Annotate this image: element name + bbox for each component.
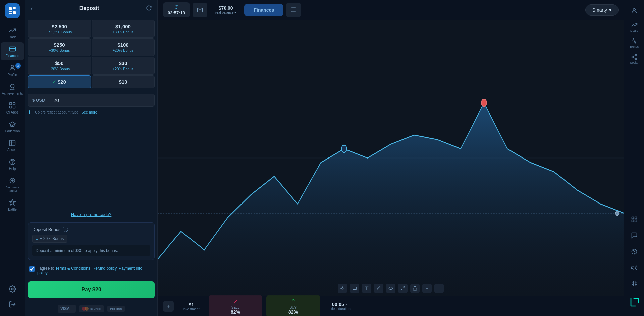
ellipse-tool[interactable] xyxy=(386,284,395,293)
battle-icon xyxy=(8,198,16,207)
duration-up-icon xyxy=(345,302,350,306)
sidebar-item-settings[interactable] xyxy=(1,282,24,297)
amount-value: $100 xyxy=(95,42,152,48)
sidebar-item-exit[interactable] xyxy=(1,298,24,312)
add-btn[interactable]: + xyxy=(163,301,174,312)
exit-icon xyxy=(8,300,16,308)
arrows-tool[interactable] xyxy=(398,284,408,293)
pencil-tool[interactable] xyxy=(374,284,383,293)
sidebar-item-finances[interactable]: Finances xyxy=(1,42,24,60)
svg-rect-1 xyxy=(13,7,16,9)
svg-rect-5 xyxy=(13,11,16,14)
amount-btn-2500[interactable]: $2,500 +$1,250 Bonus xyxy=(28,20,91,38)
bottom-bar: + $1 Investment ✓ SELL 82% ⌃ BUY 82% 00:… xyxy=(158,296,624,316)
bonus-info-icon[interactable]: i xyxy=(63,227,68,232)
settings-icon xyxy=(8,285,16,293)
battle-label: Battle xyxy=(8,208,17,211)
chart-svg xyxy=(158,20,624,296)
text-tool[interactable] xyxy=(362,284,371,293)
svg-rect-11 xyxy=(13,103,15,105)
chat-btn[interactable] xyxy=(286,3,301,17)
amount-btn-100[interactable]: $100 +20% Bonus xyxy=(92,38,155,56)
sidebar-item-help[interactable]: Help xyxy=(1,155,24,173)
duration-value: 00:05 xyxy=(332,302,350,307)
agree-text: I agree to Terms & Conditions, Refund po… xyxy=(37,266,153,275)
amount-btn-20[interactable]: ✓ $20 xyxy=(28,75,91,88)
terms-link[interactable]: Terms & Conditions xyxy=(55,266,90,271)
envelope-icon xyxy=(197,7,203,13)
chart-fill xyxy=(158,103,624,296)
back-button[interactable]: ‹ xyxy=(31,5,33,12)
right-social-btn[interactable]: Social xyxy=(627,52,642,66)
agree-checkbox[interactable] xyxy=(29,266,35,272)
achievements-icon xyxy=(8,83,16,91)
deposit-header: ‹ Deposit xyxy=(25,0,157,17)
help-label: Help xyxy=(9,167,16,171)
right-help-btn[interactable] xyxy=(627,244,642,259)
chart-toolbar: − + xyxy=(158,284,624,293)
duration-label: deal duration xyxy=(331,307,351,311)
minus-tool[interactable]: − xyxy=(422,284,432,293)
right-settings-btn[interactable] xyxy=(627,276,642,291)
svg-rect-48 xyxy=(632,220,634,222)
sidebar-item-assets[interactable]: Assets xyxy=(1,136,24,154)
sell-btn[interactable]: ✓ SELL 82% xyxy=(209,295,262,316)
amount-btn-10[interactable]: $10 xyxy=(92,75,155,88)
trends-icon xyxy=(631,38,638,44)
crosshair-tool[interactable] xyxy=(338,284,347,293)
right-deals-btn[interactable]: Deals xyxy=(627,19,642,34)
amount-bonus: +30% Bonus xyxy=(95,30,152,34)
layout-icon xyxy=(631,216,638,223)
lock-tool[interactable] xyxy=(410,284,420,293)
sell-icon: ✓ xyxy=(233,298,238,306)
settings2-icon xyxy=(631,280,638,287)
right-layout-btn[interactable] xyxy=(627,212,642,227)
amount-btn-1000[interactable]: $1,000 +30% Bonus xyxy=(92,20,155,38)
sidebar-item-battle[interactable]: Battle xyxy=(1,196,24,214)
timer-btn[interactable]: ⏱ 03:57:13 xyxy=(163,2,190,17)
envelope-btn[interactable] xyxy=(193,3,207,17)
amount-bonus: +20% Bonus xyxy=(31,67,88,71)
app-logo[interactable] xyxy=(5,3,20,18)
right-user-btn[interactable] xyxy=(627,3,642,18)
sidebar-item-trade[interactable]: Trade xyxy=(1,24,24,42)
sell-label: SELL xyxy=(231,306,239,309)
promo-code-link[interactable]: Have a promo code? xyxy=(25,208,157,221)
sidebar-item-achievements[interactable]: Achievements xyxy=(1,80,24,98)
plus-tool[interactable]: + xyxy=(434,284,444,293)
help-icon xyxy=(8,158,16,166)
svg-point-19 xyxy=(11,288,13,290)
right-chat-btn[interactable] xyxy=(627,228,642,243)
finances-label: Finances xyxy=(6,54,19,58)
sidebar-item-education[interactable]: Education xyxy=(1,118,24,136)
svg-text:VISA: VISA xyxy=(60,306,70,311)
balance-display[interactable]: $70.00 real balance ▾ xyxy=(210,4,241,16)
profile-label: Profile xyxy=(8,73,17,77)
smarty-btn[interactable]: Smarty ▾ xyxy=(585,4,619,16)
svg-rect-10 xyxy=(10,103,12,105)
amount-btn-30[interactable]: $30 +20% Bonus xyxy=(92,57,155,75)
deposit-amount-input[interactable] xyxy=(49,94,154,106)
amount-bonus: +20% Bonus xyxy=(95,67,152,71)
right-trends-btn[interactable]: Trends xyxy=(627,36,642,50)
refresh-button[interactable] xyxy=(146,5,152,12)
sidebar-item-become-partner[interactable]: Become a Partner xyxy=(1,174,24,195)
rectangle-tool[interactable] xyxy=(350,284,359,293)
svg-rect-3 xyxy=(9,11,12,12)
sidebar-item-apps[interactable]: 89 Apps xyxy=(1,99,24,117)
amount-btn-50[interactable]: $50 +20% Bonus xyxy=(28,57,91,75)
sidebar-item-profile[interactable]: 3 Profile xyxy=(1,61,24,79)
buy-btn[interactable]: ⌃ BUY 82% xyxy=(266,295,320,316)
svg-point-51 xyxy=(634,253,634,254)
pay-button[interactable]: Pay $20 xyxy=(28,281,155,298)
amount-btn-250[interactable]: $250 +30% Bonus xyxy=(28,38,91,56)
finances-btn[interactable]: Finances xyxy=(244,4,283,16)
right-volume-btn[interactable] xyxy=(627,260,642,275)
social-label: Social xyxy=(630,61,638,64)
deposit-bonus-card: Deposit Bonus i ≡ + 20% Bonus Deposit a … xyxy=(28,222,155,260)
social-icon xyxy=(631,54,638,60)
amount-bonus: +30% Bonus xyxy=(31,48,88,52)
refund-link[interactable]: Refund policy xyxy=(93,266,117,271)
svg-rect-39 xyxy=(413,288,417,290)
see-more-link[interactable]: See more xyxy=(81,110,97,114)
